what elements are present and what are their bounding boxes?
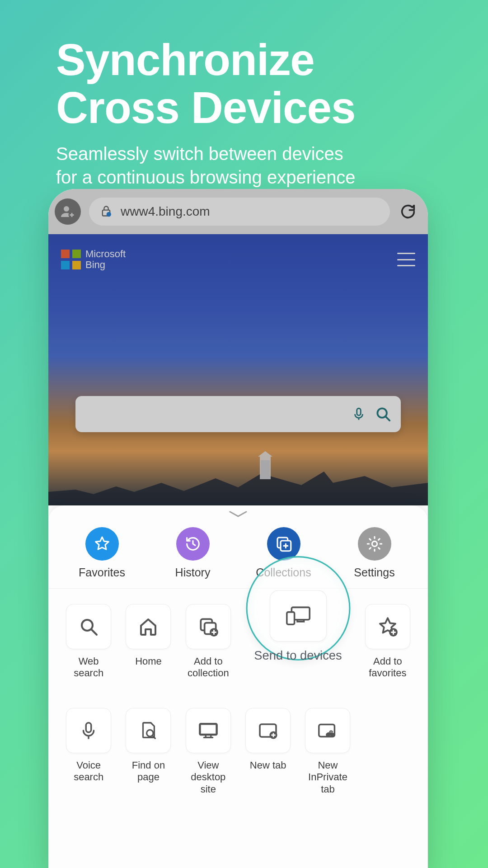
svg-rect-15 <box>286 612 294 624</box>
star-icon <box>93 535 111 553</box>
svg-rect-17 <box>86 723 91 732</box>
sheet-handle[interactable] <box>48 505 428 519</box>
devices-icon <box>284 604 312 628</box>
new-tab-label: New tab <box>250 760 286 784</box>
home-button[interactable]: Home <box>124 604 172 684</box>
voice-search-label: Voice search <box>65 760 113 784</box>
web-page: Microsoft Bing <box>48 234 428 505</box>
history-label: History <box>175 566 211 579</box>
browser-top-bar: www4.bing.com <box>48 189 428 234</box>
svg-point-9 <box>372 541 377 546</box>
add-to-favorites-button[interactable]: Add to favorites <box>364 604 412 684</box>
favorites-button[interactable]: Favorites <box>56 527 147 579</box>
view-desktop-site-button[interactable]: View desktop site <box>184 708 232 795</box>
inprivate-tab-icon <box>316 721 339 741</box>
add-to-collection-label: Add to collection <box>184 656 232 680</box>
hero-title-line2: Cross Devices <box>56 84 461 132</box>
new-tab-button[interactable]: New tab <box>244 708 292 795</box>
hero-title-line1: Synchronize <box>56 36 461 84</box>
web-search-button[interactable]: Web search <box>65 604 113 684</box>
send-to-devices-label: Send to devices <box>254 648 342 674</box>
menu-bottom-sheet: Favorites History <box>48 505 428 868</box>
menu-grid: Web search Home Add to collection Send t… <box>48 589 428 795</box>
dim-overlay <box>48 189 428 234</box>
chevron-down-icon <box>228 510 248 518</box>
history-button[interactable]: History <box>147 527 238 579</box>
web-search-label: Web search <box>65 656 113 680</box>
view-desktop-site-label: View desktop site <box>184 760 232 795</box>
menu-top-row: Favorites History <box>48 519 428 589</box>
svg-point-10 <box>82 620 93 631</box>
star-add-icon <box>376 615 399 638</box>
svg-rect-21 <box>201 725 216 734</box>
favorites-label: Favorites <box>79 566 125 579</box>
hero-subtitle: Seamlessly switch between devices for a … <box>56 142 461 189</box>
new-tab-icon <box>257 721 279 741</box>
collection-add-icon <box>197 615 220 638</box>
home-label: Home <box>135 656 162 680</box>
voice-search-button[interactable]: Voice search <box>65 708 113 795</box>
send-to-devices-button[interactable]: Send to devices <box>254 590 342 674</box>
new-inprivate-tab-label: New InPrivate tab <box>304 760 352 795</box>
phone-frame: www4.bing.com Microsoft Bing <box>48 189 428 868</box>
settings-label: Settings <box>354 566 394 579</box>
gear-icon <box>365 534 384 553</box>
home-icon <box>137 616 159 637</box>
desktop-icon <box>197 721 220 741</box>
hero-title: Synchronize Cross Devices <box>56 36 461 132</box>
find-on-page-label: Find on page <box>124 760 172 784</box>
search-icon <box>78 616 99 637</box>
new-inprivate-tab-button[interactable]: New InPrivate tab <box>304 708 352 795</box>
microphone-icon <box>78 720 99 741</box>
add-to-favorites-label: Add to favorites <box>364 656 412 680</box>
hero-sub-line2: for a continuous browsing experience <box>56 165 461 189</box>
hero-sub-line1: Seamlessly switch between devices <box>56 142 461 165</box>
find-on-page-icon <box>138 720 159 741</box>
collections-icon <box>274 534 293 553</box>
add-to-collection-button[interactable]: Add to collection <box>184 604 232 684</box>
dim-overlay <box>48 234 428 505</box>
settings-button[interactable]: Settings <box>329 527 420 579</box>
history-icon <box>184 535 202 553</box>
find-on-page-button[interactable]: Find on page <box>124 708 172 795</box>
